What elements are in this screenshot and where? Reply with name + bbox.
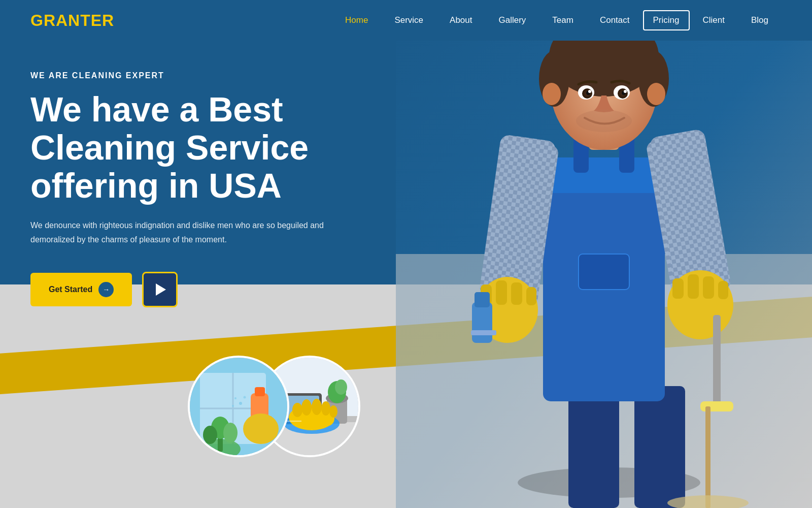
svg-point-78 [335,379,347,395]
svg-rect-62 [245,424,278,439]
play-button[interactable] [142,272,178,307]
get-started-button[interactable]: Get Started → [30,273,132,306]
svg-rect-21 [511,282,522,305]
svg-rect-22 [526,287,536,305]
svg-point-35 [543,83,561,105]
svg-rect-52 [475,292,490,307]
nav-item-pricing[interactable]: Pricing [643,10,690,30]
nav-item-team[interactable]: Team [539,0,587,41]
svg-rect-53 [471,330,496,335]
brand-logo[interactable]: GRANTER [30,11,114,30]
play-triangle-icon [156,283,166,296]
svg-point-85 [292,403,302,417]
cleaning-circle-image-1 [188,356,289,457]
svg-rect-27 [703,276,714,299]
hero-buttons: Get Started → [30,272,426,307]
nav-item-about[interactable]: About [436,0,485,41]
main-nav: Home Service About Gallery Team Contact … [332,0,782,41]
worker-svg [396,0,812,508]
svg-rect-28 [718,281,728,299]
hero-subtitle: WE ARE CLEANING EXPERT [30,71,426,80]
svg-point-69 [234,397,236,399]
svg-point-88 [321,401,330,416]
svg-point-71 [232,405,234,407]
svg-point-36 [647,83,665,105]
svg-rect-20 [496,280,507,305]
svg-rect-48 [700,401,733,411]
svg-point-70 [244,396,246,399]
worker-area [396,0,812,508]
hero-content: WE ARE CLEANING EXPERT We have a Best Cl… [30,71,426,307]
svg-rect-25 [672,278,684,299]
svg-rect-46 [579,254,629,290]
svg-rect-59 [255,387,265,396]
cleaning-circle-svg-1 [190,358,289,457]
nav-item-service[interactable]: Service [381,0,436,41]
nav-item-client[interactable]: Client [690,0,738,41]
nav-item-gallery[interactable]: Gallery [486,0,539,41]
nav-item-blog[interactable]: Blog [738,0,782,41]
nav-item-contact[interactable]: Contact [587,0,643,41]
hero-description: We denounce with righteous indignation a… [30,218,355,246]
svg-point-87 [312,399,322,415]
svg-point-66 [203,426,217,444]
svg-rect-49 [705,406,710,508]
nav-item-home[interactable]: Home [332,0,381,41]
svg-point-44 [624,90,627,93]
svg-point-89 [329,405,337,418]
svg-rect-26 [688,274,699,299]
hero-title: We have a Best Cleaning Service offering… [30,90,426,204]
svg-point-67 [223,423,238,443]
header: GRANTER Home Service About Gallery Team … [0,0,812,41]
arrow-icon: → [98,282,114,297]
svg-point-86 [301,399,312,416]
svg-rect-7 [568,386,619,508]
svg-point-45 [576,110,632,132]
svg-point-43 [588,90,591,93]
svg-rect-8 [634,386,685,508]
circle-images [188,356,360,457]
svg-rect-47 [713,315,721,406]
hero-section: WE ARE CLEANING EXPERT We have a Best Cl… [0,0,812,508]
svg-rect-51 [472,302,492,343]
svg-point-68 [239,402,242,405]
get-started-label: Get Started [49,285,92,294]
